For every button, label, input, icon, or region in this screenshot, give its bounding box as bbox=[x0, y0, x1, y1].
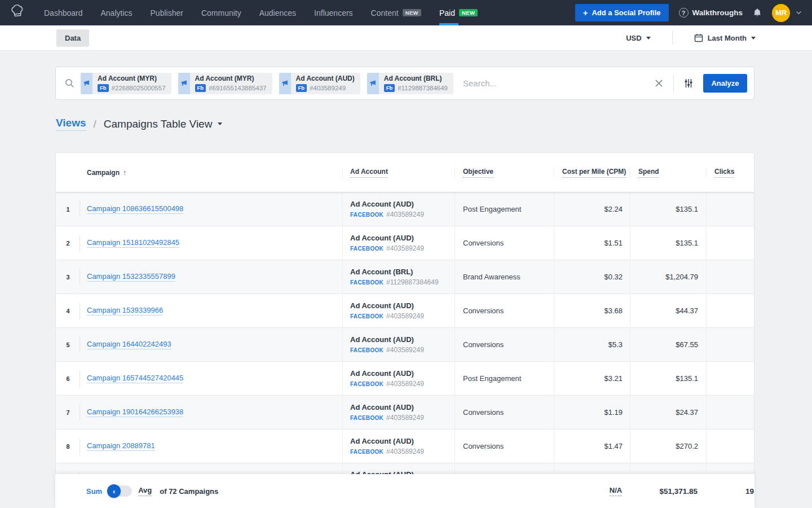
sum-avg-toggle[interactable]: ‹ bbox=[108, 485, 132, 497]
account-chip[interactable]: Ad Account (AUD) Fb #403589249 bbox=[279, 73, 360, 94]
row-number: 6 bbox=[66, 375, 69, 382]
row-number: 8 bbox=[66, 443, 69, 450]
table-row: 3 Campaign 1532335557899 Ad Account (BRL… bbox=[56, 260, 754, 294]
clicks-total: 19 bbox=[745, 487, 754, 496]
analyze-button[interactable]: Analyze bbox=[703, 74, 747, 93]
nav-item-community[interactable]: Community bbox=[192, 0, 250, 25]
caret-down-icon bbox=[751, 37, 756, 40]
campaign-link[interactable]: Campaign 1539339966 bbox=[87, 306, 163, 316]
campaign-link[interactable]: Campaign 1532335557899 bbox=[87, 272, 175, 282]
table-row: 2 Campaign 15181029492845 Ad Account (AU… bbox=[56, 226, 754, 260]
nav-items: Dashboard Analytics Publisher Community … bbox=[35, 0, 487, 25]
sort-by-campaign[interactable]: Campaign ↑ bbox=[87, 169, 126, 177]
campaign-link[interactable]: Campaign 15181029492845 bbox=[87, 238, 179, 248]
table-row: 5 Campaign 164402242493 Ad Account (AUD)… bbox=[56, 328, 754, 362]
tab-data-label: Data bbox=[65, 34, 81, 42]
toolbar-right: USD Last Month bbox=[626, 31, 812, 45]
table-row: 8 Campaign 20889781 Ad Account (AUD) FAC… bbox=[56, 430, 754, 463]
objective-value: Conversions bbox=[463, 239, 504, 247]
megaphone-icon bbox=[370, 80, 376, 86]
user-menu-toggle[interactable] bbox=[796, 11, 802, 15]
account-chip[interactable]: Ad Account (BRL) Fb #1129887384649 bbox=[367, 73, 453, 94]
sort-by-cpm[interactable]: Cost per Mile (CPM) bbox=[562, 168, 626, 178]
spend-value: $67.55 bbox=[676, 340, 698, 349]
date-range-dropdown[interactable]: Last Month bbox=[694, 33, 756, 42]
avatar-initials: MR bbox=[775, 8, 787, 17]
ad-account-cell: Ad Account (AUD) FACEBOOK#403589249 bbox=[350, 437, 424, 456]
objective-value: Brand Awareness bbox=[463, 273, 520, 281]
account-id: #403589249 bbox=[386, 244, 424, 252]
cpm-value: $1.51 bbox=[604, 239, 623, 247]
account-chip[interactable]: Ad Account (MYR) Fb #691655143885437 bbox=[178, 73, 272, 94]
add-social-profile-button[interactable]: + Add a Social Profile bbox=[575, 4, 669, 21]
network-label: FACEBOOK bbox=[350, 279, 383, 286]
chef-hat-icon bbox=[8, 3, 27, 22]
network-label: FACEBOOK bbox=[350, 415, 383, 421]
summary-cpm-cell: N/A bbox=[553, 474, 629, 508]
sort-by-clicks[interactable]: Clicks bbox=[714, 168, 734, 178]
walkthroughs-button[interactable]: ? Walkthroughs bbox=[679, 8, 743, 17]
campaign-link[interactable]: Campaign 165744527420445 bbox=[87, 374, 183, 383]
spend-value: $135.1 bbox=[676, 239, 698, 247]
view-selector-dropdown[interactable]: Campaigns Table View bbox=[104, 118, 223, 130]
avg-option[interactable]: Avg bbox=[138, 486, 152, 496]
campaign-link[interactable]: Campaign 190164266253938 bbox=[87, 408, 183, 417]
breadcrumb-views-link[interactable]: Views bbox=[56, 117, 86, 131]
nav-item-content[interactable]: Content NEW bbox=[362, 0, 430, 25]
facebook-badge: Fb bbox=[384, 84, 395, 92]
nav-right-cluster: + Add a Social Profile ? Walkthroughs MR bbox=[575, 4, 812, 22]
tab-data[interactable]: Data bbox=[56, 29, 89, 47]
account-id: #403589249 bbox=[386, 346, 424, 354]
sum-option[interactable]: Sum bbox=[86, 487, 102, 496]
account-name: Ad Account (AUD) bbox=[350, 369, 424, 378]
nav-item-influencers[interactable]: Influencers bbox=[305, 0, 361, 25]
filter-settings-button[interactable] bbox=[681, 75, 696, 91]
nav-label: Community bbox=[201, 8, 241, 17]
network-label: FACEBOOK bbox=[350, 347, 383, 353]
account-chip[interactable]: Ad Account (MYR) Fb #22688025000557 bbox=[81, 73, 171, 94]
account-name: Ad Account (AUD) bbox=[350, 200, 424, 209]
account-name: Ad Account (AUD) bbox=[350, 470, 414, 474]
nav-item-dashboard[interactable]: Dashboard bbox=[35, 0, 92, 25]
clear-search-button[interactable] bbox=[651, 76, 667, 91]
facebook-badge: Fb bbox=[296, 84, 307, 92]
table-row: 4 Campaign 1539339966 Ad Account (AUD) F… bbox=[56, 294, 754, 328]
spend-value: $1,204.79 bbox=[665, 273, 698, 281]
summary-spend-cell: $51,371.85 bbox=[629, 474, 705, 508]
row-number: 7 bbox=[66, 409, 69, 416]
account-name: Ad Account (AUD) bbox=[350, 234, 424, 243]
campaign-link[interactable]: Campaign 108636615500498 bbox=[87, 204, 183, 214]
nav-item-audiences[interactable]: Audiences bbox=[250, 0, 305, 25]
account-name: Ad Account (AUD) bbox=[350, 301, 424, 310]
header-cell-cpm: Cost per Mile (CPM) bbox=[554, 168, 630, 178]
chip-account-id: #403589249 bbox=[310, 85, 346, 91]
ad-account-cell: Ad Account (AUD) FACEBOOK#403589249 bbox=[350, 200, 424, 218]
caret-down-icon bbox=[646, 37, 651, 40]
chip-title: Ad Account (MYR) bbox=[195, 75, 267, 82]
objective-value: Conversions bbox=[463, 408, 504, 417]
sort-by-account[interactable]: Ad Account bbox=[350, 168, 388, 178]
notifications-button[interactable] bbox=[753, 8, 762, 17]
currency-dropdown[interactable]: USD bbox=[626, 34, 650, 42]
chevron-down-icon bbox=[796, 11, 802, 15]
search-input[interactable] bbox=[463, 78, 651, 88]
app-logo[interactable] bbox=[0, 5, 35, 21]
chip-body: Ad Account (AUD) Fb #403589249 bbox=[291, 73, 360, 94]
network-label: FACEBOOK bbox=[350, 246, 383, 252]
campaign-link[interactable]: Campaign 20889781 bbox=[87, 441, 155, 451]
nav-item-paid[interactable]: Paid NEW bbox=[430, 0, 487, 25]
network-label: FACEBOOK bbox=[350, 381, 383, 387]
chip-body: Ad Account (BRL) Fb #1129887384649 bbox=[379, 73, 453, 94]
current-view-name: Campaigns Table View bbox=[104, 118, 213, 130]
facebook-badge: Fb bbox=[98, 84, 109, 92]
sort-by-objective[interactable]: Objective bbox=[463, 168, 493, 178]
megaphone-icon bbox=[282, 80, 288, 86]
campaign-link[interactable]: Campaign 164402242493 bbox=[87, 340, 171, 349]
cpm-value: $2.24 bbox=[604, 205, 623, 213]
nav-item-analytics[interactable]: Analytics bbox=[92, 0, 142, 25]
sort-by-spend[interactable]: Spend bbox=[638, 168, 659, 178]
account-id: #403589249 bbox=[386, 414, 424, 422]
user-avatar[interactable]: MR bbox=[772, 4, 790, 22]
spend-value: $135.1 bbox=[676, 374, 698, 383]
nav-item-publisher[interactable]: Publisher bbox=[142, 0, 192, 25]
